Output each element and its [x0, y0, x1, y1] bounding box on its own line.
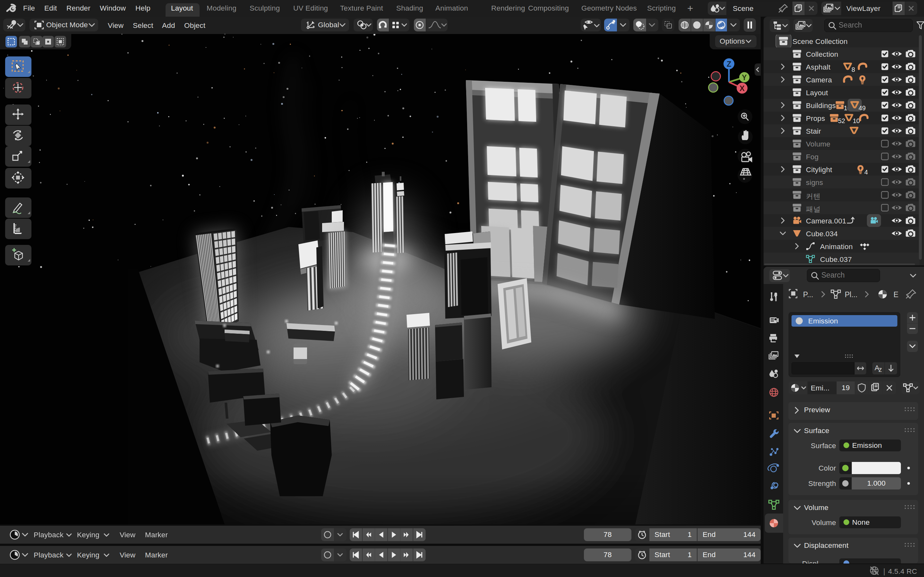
- svg-text:49: 49: [859, 105, 866, 111]
- svg-text:Z: Z: [727, 60, 732, 68]
- svg-text:10: 10: [853, 117, 860, 124]
- svg-text:Pl...: Pl...: [845, 290, 858, 299]
- svg-text:8: 8: [851, 66, 855, 73]
- svg-text:P...: P...: [803, 290, 813, 299]
- svg-text:E: E: [893, 290, 898, 299]
- svg-text:Y: Y: [742, 73, 746, 82]
- svg-text:4: 4: [864, 169, 868, 176]
- svg-text:X: X: [740, 84, 745, 93]
- svg-text:Search: Search: [821, 271, 845, 279]
- svg-text:Search: Search: [838, 21, 862, 29]
- svg-text:z: z: [879, 366, 882, 374]
- svg-text:52: 52: [838, 117, 845, 124]
